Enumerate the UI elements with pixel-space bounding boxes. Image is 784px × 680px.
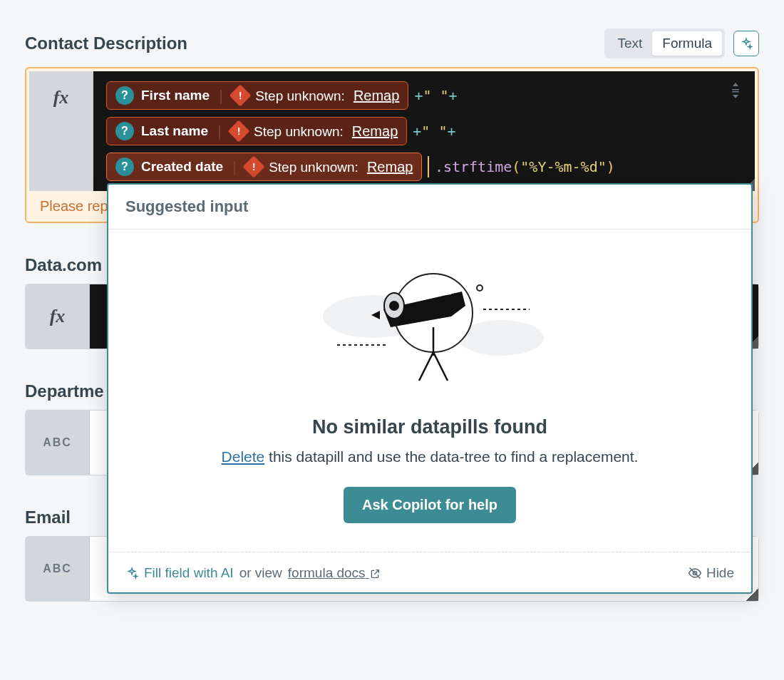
fx-slot: fx xyxy=(29,71,93,191)
telescope-illustration xyxy=(301,267,558,388)
popover-header: Suggested input xyxy=(108,185,751,230)
formula-editor[interactable]: ? First name | ! Step unknown: Remap +" … xyxy=(93,71,755,191)
remap-link[interactable]: Remap xyxy=(352,123,398,139)
question-icon: ? xyxy=(115,158,134,176)
delete-link[interactable]: Delete xyxy=(222,448,265,465)
ask-copilot-button[interactable]: Ask Copilot for help xyxy=(344,487,516,523)
sort-handle-icon[interactable] xyxy=(729,83,742,102)
warning-icon: ! xyxy=(227,120,249,142)
abc-slot: ABC xyxy=(26,537,90,601)
suggested-input-popover: Suggested input No similar datapills fou… xyxy=(107,183,753,594)
question-icon: ? xyxy=(115,122,134,140)
popover-subtitle: Delete this datapill and use the data-tr… xyxy=(138,448,721,465)
field-label-contact: Contact Description xyxy=(25,34,187,53)
popover-title: No similar datapills found xyxy=(138,416,721,438)
eye-off-icon xyxy=(688,566,702,580)
text-cursor xyxy=(428,156,429,177)
svg-line-10 xyxy=(433,352,448,381)
question-icon: ? xyxy=(115,86,134,105)
datapill-first-name[interactable]: ? First name | ! Step unknown: Remap xyxy=(106,81,408,110)
fx-slot: fx xyxy=(26,284,90,349)
datapill-created-date[interactable]: ? Created date | ! Step unknown: Remap xyxy=(106,153,422,181)
formula-docs-link[interactable]: formula docs xyxy=(288,565,381,581)
remap-link[interactable]: Remap xyxy=(354,88,399,103)
field-header-contact: Contact Description Text Formula xyxy=(25,29,759,58)
fill-with-ai-link[interactable]: Fill field with AI xyxy=(144,565,234,581)
external-link-icon xyxy=(369,568,381,579)
ai-button[interactable] xyxy=(733,31,759,56)
svg-point-7 xyxy=(389,301,399,311)
mode-toggle: Text Formula xyxy=(604,29,725,58)
toggle-formula[interactable]: Formula xyxy=(652,31,722,56)
toggle-text[interactable]: Text xyxy=(607,31,652,56)
svg-line-9 xyxy=(419,352,433,381)
abc-slot: ABC xyxy=(26,411,90,475)
warning-icon: ! xyxy=(229,84,252,106)
datapill-last-name[interactable]: ? Last name | ! Step unknown: Remap xyxy=(106,117,407,145)
warning-icon: ! xyxy=(243,155,265,177)
svg-point-4 xyxy=(477,285,483,291)
hide-button[interactable]: Hide xyxy=(688,565,734,581)
sparkle-icon xyxy=(125,567,138,579)
sparkle-icon xyxy=(740,37,753,50)
remap-link[interactable]: Remap xyxy=(367,159,413,175)
